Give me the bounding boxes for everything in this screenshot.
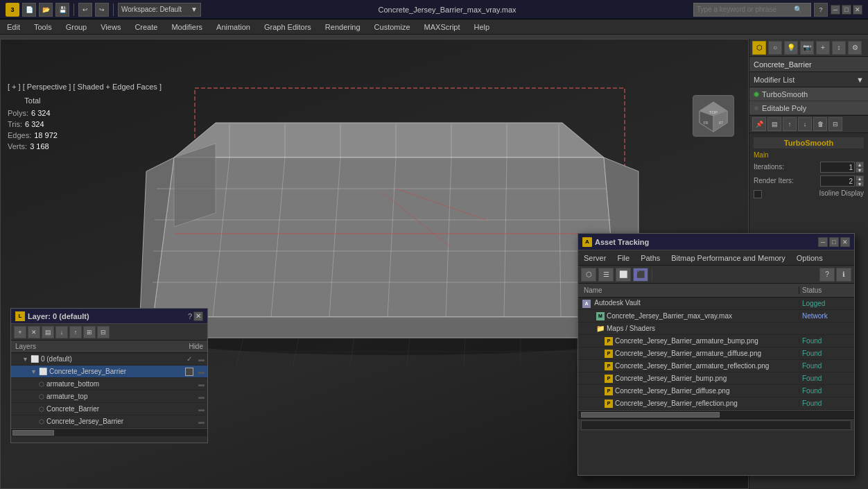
menu-edit[interactable]: Edit	[0, 19, 27, 35]
asset-maximize-btn[interactable]: □	[829, 237, 839, 247]
menu-create[interactable]: Create	[128, 19, 164, 35]
layer-move-up-btn[interactable]: ↑	[69, 326, 82, 338]
menu-tools[interactable]: Tools	[27, 19, 59, 35]
nav-cube[interactable]: TOP FR RT	[693, 95, 734, 137]
ts-ri-down[interactable]: ▼	[856, 181, 864, 187]
at-btn1[interactable]: ⬡	[581, 268, 596, 282]
mod-collapse-btn[interactable]: ⊟	[828, 117, 842, 131]
rp-systems-btn[interactable]: ⚙	[848, 41, 862, 55]
ts-iterations-field[interactable]: 1	[820, 162, 855, 173]
layer-move-down-btn[interactable]: ↓	[55, 326, 68, 338]
layer-row-concrete-barrier[interactable]: ⬡ Concrete_Barrier ▬	[11, 403, 207, 415]
layer-header: Layers Hide	[11, 341, 207, 353]
rp-helpers-btn[interactable]: +	[816, 41, 830, 55]
ts-render-iters-field[interactable]: 2	[820, 175, 855, 187]
at-btn3[interactable]: ⬜	[616, 268, 631, 282]
layer-col-hide: Hide	[189, 343, 203, 350]
layer-row-armature-bottom[interactable]: ⬡ armature_bottom ▬	[11, 378, 207, 391]
menu-views[interactable]: Views	[94, 19, 128, 35]
stats-total-label: Total	[8, 95, 58, 106]
asset-scroll-thumb[interactable]	[581, 412, 720, 418]
layer-scroll-thumb[interactable]	[12, 430, 54, 436]
ts-iter-up[interactable]: ▲	[856, 162, 864, 167]
ts-render-iters-spinner[interactable]: ▲ ▼	[856, 175, 864, 187]
asset-row-png4[interactable]: P Concrete_Jersey_Barrier_bump.png Found	[578, 372, 854, 385]
menu-animation[interactable]: Animation	[209, 19, 257, 35]
menu-maxscript[interactable]: MAXScript	[417, 19, 467, 35]
menu-customize[interactable]: Customize	[367, 19, 417, 35]
menu-modifiers[interactable]: Modifiers	[164, 19, 209, 35]
asset-menu-options[interactable]: Options	[791, 250, 828, 266]
layer-close-btn[interactable]: ✕	[193, 311, 203, 321]
mod-move-up-btn[interactable]: ↑	[783, 117, 797, 131]
asset-scrollbar[interactable]	[578, 410, 854, 418]
at-info-btn[interactable]: ℹ	[836, 268, 851, 282]
rp-cameras-btn[interactable]: 📷	[800, 41, 814, 55]
ts-isoline-checkbox[interactable]	[754, 190, 762, 198]
modifier-name-turbosmooth: TurboSmooth	[762, 90, 808, 98]
rp-display-btn[interactable]: ⬡	[752, 41, 766, 55]
redo-btn[interactable]: ↪	[95, 3, 109, 17]
search-box[interactable]: 🔍	[693, 3, 811, 17]
menu-rendering[interactable]: Rendering	[318, 19, 367, 35]
ts-iterations-spinner[interactable]: ▲ ▼	[856, 162, 864, 173]
asset-close-btn[interactable]: ✕	[840, 237, 850, 247]
asset-row-png6[interactable]: P Concrete_Jersey_Barrier_reflection.png…	[578, 397, 854, 410]
asset-row-png2[interactable]: P Concrete_Jersey_Barrier_armature_diffu…	[578, 348, 854, 360]
open-btn[interactable]: 📂	[39, 3, 53, 17]
layer-row-default[interactable]: ▼ ⬜ 0 (default) ✓ ▬	[11, 353, 207, 366]
workspace-dropdown[interactable]: Workspace: Default ▼	[118, 3, 201, 17]
mod-pin-btn[interactable]: 📌	[752, 117, 766, 131]
at-row-png5-status: Found	[799, 387, 854, 395]
asset-row-vault[interactable]: A Autodesk Vault Logged	[578, 298, 854, 310]
search-input[interactable]	[697, 6, 794, 13]
asset-minimize-btn[interactable]: ─	[818, 237, 828, 247]
modifier-editable-poly[interactable]: Editable Poly	[749, 101, 868, 115]
layer-scrollbar[interactable]	[11, 428, 207, 436]
layer-row-armature-top[interactable]: ⬡ armature_top ▬	[11, 391, 207, 403]
layer-line6: ▬	[198, 418, 205, 425]
new-btn[interactable]: 📄	[22, 3, 36, 17]
asset-menu-server[interactable]: Server	[578, 250, 611, 266]
mod-move-down-btn[interactable]: ↓	[798, 117, 812, 131]
mod-delete-btn[interactable]: 🗑	[813, 117, 827, 131]
undo-btn[interactable]: ↩	[78, 3, 92, 17]
at-help-btn[interactable]: ?	[819, 268, 835, 282]
layer-add-btn[interactable]: +	[14, 326, 26, 338]
asset-row-maps[interactable]: 📁 Maps / Shaders	[578, 323, 854, 335]
layer-select-btn[interactable]: ▤	[42, 326, 54, 338]
asset-row-max[interactable]: M Concrete_Jersey_Barrier_max_vray.max N…	[578, 310, 854, 323]
layer-row-concrete-jersey[interactable]: ⬡ Concrete_Jersey_Barrier ▬	[11, 415, 207, 428]
layer-unfold-btn[interactable]: ⊞	[83, 326, 96, 338]
ts-iter-down[interactable]: ▼	[856, 167, 864, 173]
help-btn[interactable]: ?	[814, 3, 828, 17]
rp-space-btn[interactable]: ↕	[832, 41, 846, 55]
layer-col-layers: Layers	[15, 343, 36, 350]
asset-row-png3[interactable]: P Concrete_Jersey_Barrier_armature_refle…	[578, 360, 854, 372]
layer-delete-btn[interactable]: ✕	[28, 326, 40, 338]
at-btn4[interactable]: ⬛	[633, 268, 648, 282]
minimize-btn[interactable]: ─	[831, 5, 840, 15]
asset-menu-bitmap[interactable]: Bitmap Performance and Memory	[666, 250, 790, 266]
mod-sel-btn[interactable]: ▤	[767, 117, 781, 131]
layer-help-btn[interactable]: ?	[188, 312, 192, 320]
asset-row-png1[interactable]: P Concrete_Jersey_Barrier_armature_bump.…	[578, 335, 854, 348]
rp-lights-btn[interactable]: 💡	[784, 41, 798, 55]
ts-ri-up[interactable]: ▲	[856, 175, 864, 181]
at-btn2[interactable]: ☰	[598, 268, 614, 282]
close-btn[interactable]: ✕	[853, 5, 862, 15]
menu-help[interactable]: Help	[467, 19, 497, 35]
layer-name-default: 0 (default)	[41, 355, 72, 363]
save-btn[interactable]: 💾	[55, 3, 69, 17]
asset-menu-paths[interactable]: Paths	[635, 250, 666, 266]
asset-menu-file[interactable]: File	[611, 250, 635, 266]
maximize-btn[interactable]: □	[842, 5, 851, 15]
rp-shapes-btn[interactable]: ○	[768, 41, 782, 55]
layer-fold-btn[interactable]: ⊟	[97, 326, 110, 338]
menu-graph-editors[interactable]: Graph Editors	[257, 19, 318, 35]
menu-group[interactable]: Group	[59, 19, 94, 35]
asset-row-png5[interactable]: P Concrete_Jersey_Barrier_diffuse.png Fo…	[578, 385, 854, 397]
layer-row-jersey-barrier[interactable]: ▼ ⬜ Concrete_Jersey_Barrier ▬	[11, 366, 207, 378]
modifier-dropdown-arrow[interactable]: ▼	[856, 76, 864, 84]
modifier-turbosmooth[interactable]: TurboSmooth	[749, 87, 868, 101]
